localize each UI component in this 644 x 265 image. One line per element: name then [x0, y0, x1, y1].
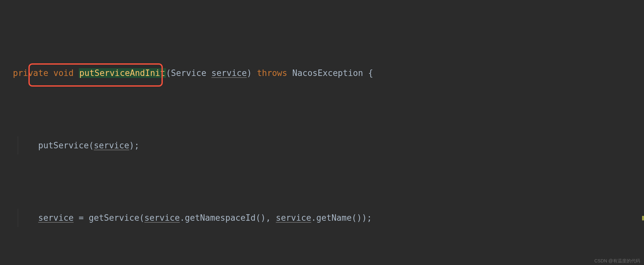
param-name: service — [212, 68, 247, 78]
code-line[interactable]: service = getService(service.getNamespac… — [0, 209, 644, 227]
keyword-throws: throws — [257, 68, 287, 78]
code-line[interactable]: putService(service); — [0, 136, 644, 154]
code-editor[interactable]: private void putServiceAndInit(Service s… — [0, 0, 644, 265]
arg-service: service — [144, 213, 180, 223]
getname: .getName()); — [311, 213, 372, 223]
end: ); — [129, 141, 139, 150]
code-line[interactable]: private void putServiceAndInit(Service s… — [0, 64, 644, 82]
lparen: ( — [166, 68, 171, 78]
lhs: service — [38, 213, 74, 223]
getnsid: .getNamespaceId(), — [180, 213, 276, 223]
keyword-void: void — [53, 68, 74, 78]
gutter-marker — [642, 216, 644, 220]
arg-service: service — [94, 141, 129, 150]
keyword-private: private — [13, 68, 48, 78]
eq-getservice: = getService( — [74, 213, 144, 223]
rparen: ) — [247, 68, 252, 78]
lbrace: { — [368, 68, 373, 78]
watermark: CSDN @有温度的代码 — [594, 259, 640, 263]
method-name-highlight: putServiceAndInit — [79, 68, 166, 78]
arg-service: service — [276, 213, 311, 223]
param-type: Service — [171, 68, 206, 78]
call: putService( — [38, 141, 94, 150]
exception-type: NacosException — [292, 68, 363, 78]
